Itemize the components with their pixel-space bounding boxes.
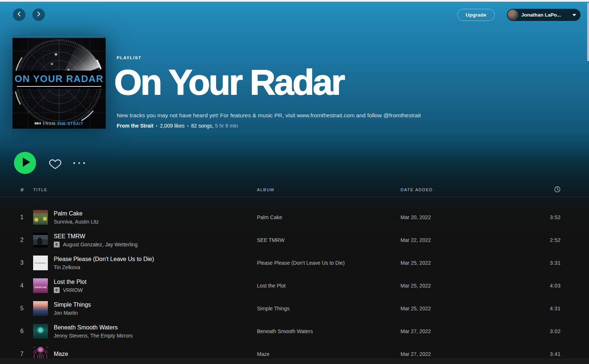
album-art-text: TIN ZELKOVA: [35, 262, 46, 264]
track-duration: 3:52: [505, 214, 561, 220]
play-icon: [14, 151, 36, 175]
ellipsis-icon: [73, 162, 75, 164]
track-number: 1: [12, 214, 29, 221]
track-album-art: TIN ZELKOVA: [33, 256, 48, 270]
track-album[interactable]: Simple Things: [252, 306, 401, 311]
column-header-title: TITLE: [29, 188, 252, 192]
track-album[interactable]: Palm Cake: [252, 214, 401, 220]
clock-icon: [554, 186, 561, 193]
avatar: [508, 10, 518, 20]
cover-underline: [17, 86, 101, 87]
explicit-badge: E: [54, 287, 60, 293]
track-title[interactable]: SEE TMRW: [54, 232, 138, 240]
cover-brand-prefix: FROM: [43, 122, 55, 126]
column-header-index: #: [12, 186, 29, 193]
track-duration: 3:02: [505, 328, 561, 334]
column-header-album: ALBUM: [252, 188, 401, 192]
playlist-owner-link[interactable]: From the Strait: [117, 123, 154, 129]
cover-title-band: ON YOUR RADAR: [13, 71, 106, 89]
track-album-art: [33, 324, 48, 339]
scrollbar-thumb[interactable]: [587, 3, 589, 61]
user-menu-button[interactable]: Jonathan LaPo...: [507, 9, 581, 21]
playlist-likes: 2,009 likes: [160, 123, 184, 129]
track-duration: 3:31: [505, 260, 561, 266]
album-art-text: VRROW: [34, 286, 47, 289]
spotify-playlist-page: Upgrade Jonathan LaPo...: [0, 0, 589, 364]
track-date-added: Mar 27, 2022: [401, 351, 505, 357]
table-row[interactable]: 1 Palm Cake Sunniva, Austin Litz Palm Ca…: [0, 206, 589, 229]
track-album[interactable]: Maze: [252, 351, 401, 357]
playlist-cover-art: ON YOUR RADAR FROM THE STRAIT: [13, 36, 106, 129]
playlist-total-duration: 5 hr 8 min: [215, 123, 238, 129]
user-name: Jonathan LaPo...: [521, 12, 569, 18]
track-number: 2: [12, 237, 29, 243]
track-album-art: [33, 301, 48, 316]
track-album[interactable]: Beneath Smooth Waters: [252, 328, 401, 334]
track-title[interactable]: Simple Things: [54, 301, 91, 309]
track-album-art: [33, 210, 48, 225]
track-duration: 4:31: [505, 306, 561, 311]
track-number: 3: [12, 260, 29, 266]
track-date-added: Mar 25, 2022: [401, 283, 505, 289]
table-row[interactable]: 4 VRROW Lost the Plot E VRROW Lost the P…: [0, 274, 589, 297]
cover-title-text: ON YOUR RADAR: [15, 73, 103, 85]
playlist-type-label: PLAYLIST: [117, 56, 141, 60]
track-album-art: VRROW: [33, 278, 48, 293]
track-album[interactable]: Lost the Plot: [252, 283, 401, 289]
playlist-description: New tracks you may not have heard yet! F…: [117, 112, 566, 119]
forward-button[interactable]: [32, 8, 45, 21]
table-row[interactable]: 2 SEE TMRW E August Gonzalez, Jay Wetter…: [0, 229, 589, 251]
table-row[interactable]: 6 Beneath Smooth Waters Jenny Stevens, T…: [0, 320, 589, 343]
track-date-added: Mar 25, 2022: [401, 260, 505, 266]
track-artists[interactable]: Tin Zelkova: [54, 264, 80, 271]
cover-brand: FROM THE STRAIT: [13, 121, 106, 126]
from-the-strait-logo-icon: [35, 121, 41, 126]
track-number: 4: [12, 282, 29, 289]
cover-brand-name: THE STRAIT: [57, 122, 84, 126]
track-duration: 4:03: [505, 283, 561, 289]
track-artists[interactable]: Jenny Stevens, The Empty Mirrors: [54, 332, 133, 339]
heart-icon: [49, 165, 62, 171]
track-title[interactable]: Beneath Smooth Waters: [54, 324, 133, 332]
upgrade-button[interactable]: Upgrade: [457, 9, 495, 21]
track-title[interactable]: Please Please (Don't Leave Us to Die): [54, 255, 154, 263]
track-number: 5: [12, 305, 29, 312]
chevron-left-icon: [16, 11, 22, 19]
track-date-added: Mar 25, 2022: [401, 306, 505, 311]
track-title[interactable]: Lost the Plot: [54, 278, 87, 286]
track-artists[interactable]: Sunniva, Austin Litz: [54, 218, 99, 225]
track-duration: 3:41: [505, 351, 561, 357]
track-number: 6: [12, 328, 29, 335]
track-artists[interactable]: VRROW: [63, 287, 83, 293]
table-row[interactable]: 3 TIN ZELKOVA Please Please (Don't Leave…: [0, 251, 589, 274]
chevron-right-icon: [35, 11, 42, 19]
column-header-date-added: DATE ADDED: [401, 188, 505, 192]
track-album-art: [33, 233, 48, 247]
track-duration: 2:52: [505, 237, 561, 243]
tracklist-header: # TITLE ALBUM DATE ADDED: [0, 182, 589, 197]
track-artists[interactable]: August Gonzalez, Jay Wetterling: [63, 241, 138, 248]
play-button[interactable]: [14, 152, 36, 174]
explicit-badge: E: [54, 242, 60, 247]
caret-down-icon: [572, 14, 576, 16]
track-date-added: Mar 20, 2022: [401, 214, 505, 220]
like-button[interactable]: [49, 157, 62, 170]
stats-separator: •: [156, 124, 158, 128]
track-title[interactable]: Palm Cake: [54, 210, 99, 218]
browser-top-edge: [0, 0, 589, 2]
table-row[interactable]: 5 Simple Things Jon Martin Simple Things…: [0, 297, 589, 320]
track-number: 7: [12, 351, 29, 357]
track-list: 1 Palm Cake Sunniva, Austin Litz Palm Ca…: [0, 206, 589, 364]
track-date-added: Mar 22, 2022: [401, 237, 505, 243]
playlist-stats: From the Strait • 2,009 likes • 82 songs…: [117, 123, 238, 129]
track-artists[interactable]: Jon Martin: [54, 310, 78, 316]
page-title: On Your Radar: [114, 64, 344, 101]
track-album[interactable]: SEE TMRW: [252, 237, 401, 243]
track-album[interactable]: Please Please (Don't Leave Us to Die): [252, 260, 401, 266]
track-title[interactable]: Maze: [54, 350, 68, 358]
playlist-song-count: 82 songs,: [191, 123, 214, 129]
track-date-added: Mar 27, 2022: [401, 328, 505, 334]
back-button[interactable]: [13, 8, 25, 21]
cover-top-edge: [13, 36, 106, 38]
more-options-button[interactable]: [72, 161, 87, 165]
